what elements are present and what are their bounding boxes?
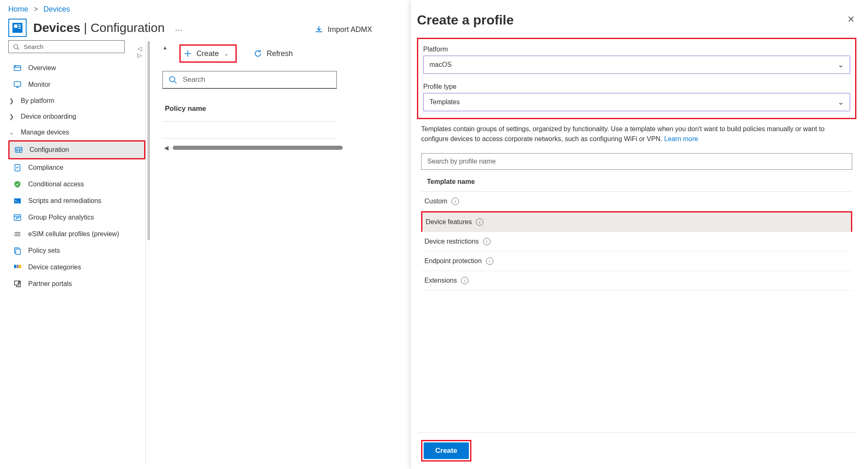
scripts-icon (13, 197, 22, 205)
main-search[interactable]: Search (162, 71, 337, 89)
chevron-right-icon: ❯ (9, 113, 16, 120)
sidebar-item-overview[interactable]: Overview (8, 60, 145, 76)
chevron-down-icon: ⌄ (838, 60, 844, 69)
main-search-placeholder: Search (183, 76, 205, 84)
sidebar-item-policy-sets[interactable]: Policy sets (8, 242, 145, 259)
sidebar-item-device-categories[interactable]: Device categories (8, 259, 145, 276)
sidebar-item-gp-analytics[interactable]: Group Policy analytics (8, 209, 145, 226)
import-admx-button[interactable]: Import ADMX (309, 22, 377, 37)
sidebar-item-scripts[interactable]: Scripts and remediations (8, 193, 145, 209)
more-menu-icon[interactable]: … (174, 23, 184, 33)
platform-select[interactable]: macOS ⌄ (423, 56, 850, 74)
import-icon (314, 25, 324, 34)
search-icon (169, 76, 177, 84)
platform-value: macOS (429, 61, 451, 68)
svg-point-0 (14, 44, 18, 49)
scroll-left-icon[interactable]: ◀ (162, 143, 170, 153)
plus-icon (183, 49, 192, 58)
svg-rect-14 (14, 198, 21, 203)
vertical-scrollbar[interactable] (147, 41, 150, 240)
info-icon[interactable]: i (483, 238, 490, 245)
divider (162, 138, 337, 139)
sidebar-item-device-onboarding[interactable]: ❯ Device onboarding (8, 109, 145, 125)
help-text: Templates contain groups of settings, or… (417, 119, 856, 147)
esim-icon (13, 230, 22, 238)
chevron-down-icon: ⌄ (224, 50, 229, 57)
sidebar-search[interactable]: Search (8, 40, 125, 53)
create-profile-button[interactable]: Create (424, 442, 469, 459)
partner-portals-icon (13, 280, 22, 288)
platform-label: Platform (423, 46, 850, 53)
template-row-custom[interactable]: Custom i (421, 192, 852, 211)
chevron-right-icon: ❯ (9, 98, 16, 104)
flyout-scrollbar[interactable] (864, 50, 866, 257)
conditional-access-icon (13, 180, 22, 188)
template-row-device-features[interactable]: Device features i (421, 211, 852, 232)
sidebar-item-by-platform[interactable]: ❯ By platform (8, 93, 145, 109)
sidebar: Search ◁▷ Overview Monitor ❯ By platform… (0, 37, 145, 464)
svg-rect-26 (19, 265, 21, 268)
template-row-extensions[interactable]: Extensions i (421, 271, 852, 291)
info-icon[interactable]: i (486, 257, 493, 265)
sidebar-item-esim[interactable]: eSIM cellular profiles (preview) (8, 226, 145, 242)
device-categories-icon (13, 263, 22, 271)
sidebar-item-conditional-access[interactable]: Conditional access (8, 176, 145, 193)
profile-type-label: Profile type (423, 83, 850, 90)
svg-point-30 (170, 77, 175, 82)
page-title: Devices | Configuration (33, 21, 164, 35)
svg-point-10 (17, 150, 17, 151)
breadcrumb-devices[interactable]: Devices (44, 5, 70, 13)
svg-rect-8 (15, 147, 22, 152)
devices-icon (8, 19, 27, 37)
refresh-icon (253, 49, 262, 58)
svg-rect-23 (16, 249, 20, 254)
learn-more-link[interactable]: Learn more (664, 135, 698, 142)
horizontal-scrollbar[interactable]: ◀ (162, 143, 345, 153)
profile-type-select[interactable]: Templates ⌄ (423, 93, 850, 111)
svg-line-31 (174, 81, 177, 83)
template-search-placeholder: Search by profile name (427, 158, 496, 165)
toolbar-arrow-up-icon[interactable]: ▲ (162, 44, 168, 51)
info-icon[interactable]: i (461, 277, 468, 284)
template-header: Template name (421, 174, 852, 192)
create-button[interactable]: Create ⌄ (179, 44, 237, 63)
sidebar-search-placeholder: Search (24, 43, 44, 50)
collapse-toggle-icon[interactable]: ◁▷ (137, 45, 142, 59)
profile-type-value: Templates (429, 98, 460, 106)
compliance-icon (13, 164, 22, 172)
svg-rect-25 (17, 265, 19, 268)
flyout-title: Create a profile (417, 12, 514, 28)
group-policy-icon (13, 213, 22, 222)
monitor-icon (13, 81, 22, 89)
breadcrumb-separator: > (34, 5, 38, 13)
flyout-footer: Create (417, 432, 856, 469)
template-list: Custom i Device features i Device restri… (421, 192, 852, 291)
sidebar-item-partner-portals[interactable]: Partner portals (8, 276, 145, 292)
breadcrumb-home[interactable]: Home (8, 5, 28, 13)
svg-rect-5 (14, 82, 21, 86)
configuration-icon (15, 146, 23, 154)
scroll-track[interactable] (173, 146, 343, 150)
svg-rect-24 (14, 265, 16, 268)
sidebar-item-configuration[interactable]: Configuration (8, 140, 145, 159)
template-search[interactable]: Search by profile name (421, 153, 852, 170)
template-row-device-restrictions[interactable]: Device restrictions i (421, 232, 852, 252)
close-icon[interactable]: ✕ (846, 12, 856, 27)
overview-icon (13, 64, 22, 72)
chevron-down-icon: ⌄ (838, 98, 844, 107)
column-header-policy-name[interactable]: Policy name (162, 99, 337, 122)
sidebar-item-manage-devices[interactable]: ⌄ Manage devices (8, 125, 145, 140)
search-icon (13, 44, 20, 50)
policy-sets-icon (13, 247, 22, 255)
info-icon[interactable]: i (451, 198, 459, 205)
template-row-endpoint-protection[interactable]: Endpoint protection i (421, 252, 852, 271)
create-profile-flyout: Create a profile ✕ Platform macOS ⌄ Prof… (411, 0, 868, 469)
sidebar-item-compliance[interactable]: Compliance (8, 159, 145, 176)
chevron-down-icon: ⌄ (9, 129, 16, 136)
refresh-button[interactable]: Refresh (248, 46, 298, 61)
svg-point-4 (15, 66, 15, 66)
info-icon[interactable]: i (476, 218, 483, 226)
svg-line-1 (17, 48, 19, 50)
sidebar-item-monitor[interactable]: Monitor (8, 76, 145, 93)
